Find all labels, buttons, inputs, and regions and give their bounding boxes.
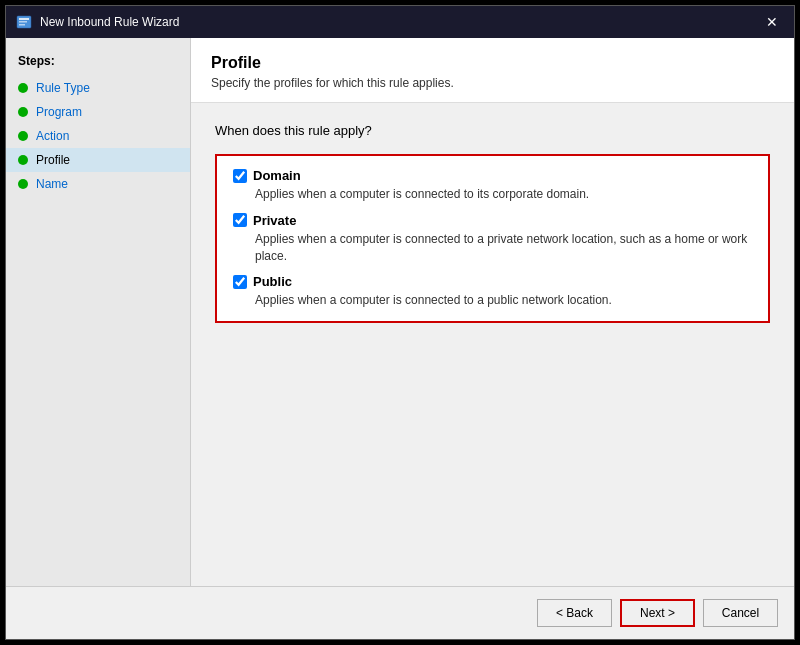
step-indicator [18,83,28,93]
public-label[interactable]: Public [253,274,292,289]
sidebar-item-program[interactable]: Program [6,100,190,124]
close-button[interactable]: ✕ [760,10,784,34]
step-indicator [18,131,28,141]
next-button[interactable]: Next > [620,599,695,627]
public-checkbox-wrap[interactable] [233,275,247,289]
title-bar: New Inbound Rule Wizard ✕ [6,6,794,38]
domain-label[interactable]: Domain [253,168,301,183]
sidebar-item-rule-type[interactable]: Rule Type [6,76,190,100]
domain-checkbox[interactable] [233,169,247,183]
content-area: Steps: Rule Type Program Action Profile … [6,38,794,586]
sidebar-item-label: Rule Type [36,81,90,95]
step-indicator [18,107,28,117]
private-checkbox-wrap[interactable] [233,213,247,227]
steps-label: Steps: [6,50,190,76]
sidebar-item-label: Name [36,177,68,191]
wizard-window: New Inbound Rule Wizard ✕ Steps: Rule Ty… [5,5,795,640]
step-indicator [18,179,28,189]
option-public: Public Applies when a computer is connec… [233,274,752,309]
option-header: Domain [233,168,752,183]
page-title: Profile [211,54,774,72]
sidebar-item-profile[interactable]: Profile [6,148,190,172]
public-checkbox[interactable] [233,275,247,289]
sidebar-item-label: Action [36,129,69,143]
title-bar-text: New Inbound Rule Wizard [40,15,760,29]
option-header: Private [233,213,752,228]
main-content: When does this rule apply? Domain Applie… [191,103,794,586]
question-text: When does this rule apply? [215,123,770,138]
cancel-button[interactable]: Cancel [703,599,778,627]
sidebar-item-name[interactable]: Name [6,172,190,196]
domain-description: Applies when a computer is connected to … [255,186,752,203]
svg-rect-3 [19,24,25,26]
wizard-icon [16,14,32,30]
page-header: Profile Specify the profiles for which t… [191,38,794,103]
back-button[interactable]: < Back [537,599,612,627]
step-indicator [18,155,28,165]
sidebar-item-label: Profile [36,153,70,167]
main-panel: Profile Specify the profiles for which t… [191,38,794,586]
sidebar-item-label: Program [36,105,82,119]
option-header: Public [233,274,752,289]
footer: < Back Next > Cancel [6,586,794,639]
public-description: Applies when a computer is connected to … [255,292,752,309]
sidebar-item-action[interactable]: Action [6,124,190,148]
option-domain: Domain Applies when a computer is connec… [233,168,752,203]
options-box: Domain Applies when a computer is connec… [215,154,770,323]
private-description: Applies when a computer is connected to … [255,231,752,265]
sidebar: Steps: Rule Type Program Action Profile … [6,38,191,586]
svg-rect-2 [19,21,27,23]
domain-checkbox-wrap[interactable] [233,169,247,183]
private-label[interactable]: Private [253,213,296,228]
page-subtitle: Specify the profiles for which this rule… [211,76,774,90]
option-private: Private Applies when a computer is conne… [233,213,752,265]
private-checkbox[interactable] [233,213,247,227]
svg-rect-1 [19,18,29,20]
